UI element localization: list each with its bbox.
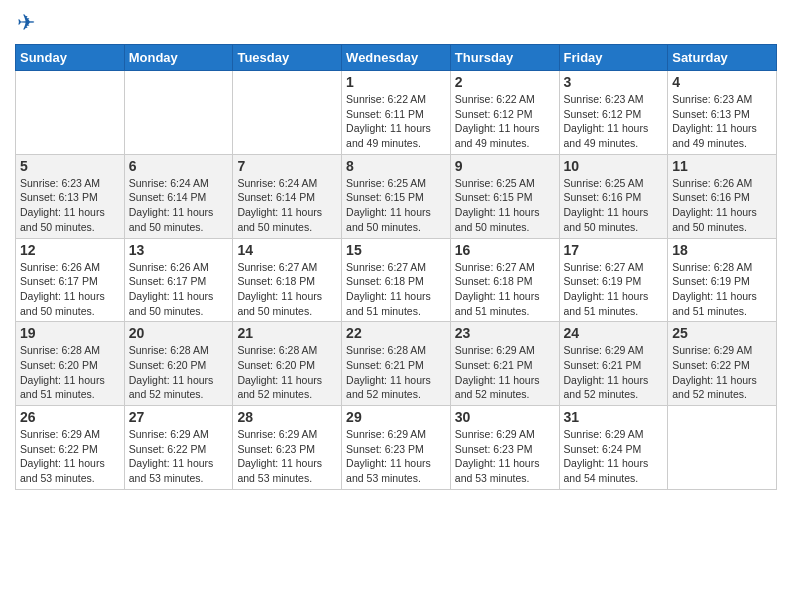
- day-info: Sunrise: 6:24 AM Sunset: 6:14 PM Dayligh…: [237, 176, 337, 235]
- day-number: 1: [346, 74, 446, 90]
- calendar-day-cell: 8Sunrise: 6:25 AM Sunset: 6:15 PM Daylig…: [342, 154, 451, 238]
- calendar-day-cell: 10Sunrise: 6:25 AM Sunset: 6:16 PM Dayli…: [559, 154, 668, 238]
- weekday-header: Tuesday: [233, 45, 342, 71]
- day-info: Sunrise: 6:29 AM Sunset: 6:23 PM Dayligh…: [346, 427, 446, 486]
- day-info: Sunrise: 6:26 AM Sunset: 6:17 PM Dayligh…: [129, 260, 229, 319]
- day-number: 11: [672, 158, 772, 174]
- day-number: 25: [672, 325, 772, 341]
- calendar-day-cell: 2Sunrise: 6:22 AM Sunset: 6:12 PM Daylig…: [450, 71, 559, 155]
- day-number: 30: [455, 409, 555, 425]
- day-info: Sunrise: 6:28 AM Sunset: 6:20 PM Dayligh…: [20, 343, 120, 402]
- day-number: 5: [20, 158, 120, 174]
- day-info: Sunrise: 6:26 AM Sunset: 6:16 PM Dayligh…: [672, 176, 772, 235]
- day-number: 14: [237, 242, 337, 258]
- day-info: Sunrise: 6:24 AM Sunset: 6:14 PM Dayligh…: [129, 176, 229, 235]
- day-number: 21: [237, 325, 337, 341]
- day-info: Sunrise: 6:27 AM Sunset: 6:18 PM Dayligh…: [346, 260, 446, 319]
- day-info: Sunrise: 6:22 AM Sunset: 6:11 PM Dayligh…: [346, 92, 446, 151]
- calendar-day-cell: 19Sunrise: 6:28 AM Sunset: 6:20 PM Dayli…: [16, 322, 125, 406]
- calendar-day-cell: 23Sunrise: 6:29 AM Sunset: 6:21 PM Dayli…: [450, 322, 559, 406]
- calendar-week-row: 19Sunrise: 6:28 AM Sunset: 6:20 PM Dayli…: [16, 322, 777, 406]
- day-info: Sunrise: 6:27 AM Sunset: 6:18 PM Dayligh…: [237, 260, 337, 319]
- calendar-day-cell: 14Sunrise: 6:27 AM Sunset: 6:18 PM Dayli…: [233, 238, 342, 322]
- calendar-day-cell: 25Sunrise: 6:29 AM Sunset: 6:22 PM Dayli…: [668, 322, 777, 406]
- day-info: Sunrise: 6:28 AM Sunset: 6:20 PM Dayligh…: [129, 343, 229, 402]
- calendar-day-cell: 7Sunrise: 6:24 AM Sunset: 6:14 PM Daylig…: [233, 154, 342, 238]
- calendar-day-cell: 30Sunrise: 6:29 AM Sunset: 6:23 PM Dayli…: [450, 406, 559, 490]
- calendar-day-cell: 11Sunrise: 6:26 AM Sunset: 6:16 PM Dayli…: [668, 154, 777, 238]
- day-number: 6: [129, 158, 229, 174]
- day-number: 28: [237, 409, 337, 425]
- day-number: 13: [129, 242, 229, 258]
- day-number: 7: [237, 158, 337, 174]
- day-number: 2: [455, 74, 555, 90]
- logo-bird-icon: ✈: [17, 10, 35, 36]
- calendar-week-row: 26Sunrise: 6:29 AM Sunset: 6:22 PM Dayli…: [16, 406, 777, 490]
- calendar-day-cell: 13Sunrise: 6:26 AM Sunset: 6:17 PM Dayli…: [124, 238, 233, 322]
- day-number: 24: [564, 325, 664, 341]
- calendar-day-cell: 31Sunrise: 6:29 AM Sunset: 6:24 PM Dayli…: [559, 406, 668, 490]
- day-info: Sunrise: 6:28 AM Sunset: 6:20 PM Dayligh…: [237, 343, 337, 402]
- day-info: Sunrise: 6:29 AM Sunset: 6:22 PM Dayligh…: [672, 343, 772, 402]
- day-number: 19: [20, 325, 120, 341]
- calendar-day-cell: 9Sunrise: 6:25 AM Sunset: 6:15 PM Daylig…: [450, 154, 559, 238]
- weekday-header: Saturday: [668, 45, 777, 71]
- day-info: Sunrise: 6:29 AM Sunset: 6:23 PM Dayligh…: [455, 427, 555, 486]
- day-number: 4: [672, 74, 772, 90]
- calendar-week-row: 12Sunrise: 6:26 AM Sunset: 6:17 PM Dayli…: [16, 238, 777, 322]
- weekday-header: Wednesday: [342, 45, 451, 71]
- calendar-day-cell: 24Sunrise: 6:29 AM Sunset: 6:21 PM Dayli…: [559, 322, 668, 406]
- calendar-empty-cell: [668, 406, 777, 490]
- day-number: 27: [129, 409, 229, 425]
- day-info: Sunrise: 6:29 AM Sunset: 6:24 PM Dayligh…: [564, 427, 664, 486]
- day-info: Sunrise: 6:29 AM Sunset: 6:22 PM Dayligh…: [20, 427, 120, 486]
- day-number: 12: [20, 242, 120, 258]
- calendar-day-cell: 16Sunrise: 6:27 AM Sunset: 6:18 PM Dayli…: [450, 238, 559, 322]
- weekday-header: Friday: [559, 45, 668, 71]
- day-info: Sunrise: 6:29 AM Sunset: 6:23 PM Dayligh…: [237, 427, 337, 486]
- calendar-day-cell: 28Sunrise: 6:29 AM Sunset: 6:23 PM Dayli…: [233, 406, 342, 490]
- day-info: Sunrise: 6:23 AM Sunset: 6:12 PM Dayligh…: [564, 92, 664, 151]
- calendar-empty-cell: [124, 71, 233, 155]
- calendar-day-cell: 22Sunrise: 6:28 AM Sunset: 6:21 PM Dayli…: [342, 322, 451, 406]
- calendar-day-cell: 17Sunrise: 6:27 AM Sunset: 6:19 PM Dayli…: [559, 238, 668, 322]
- day-number: 22: [346, 325, 446, 341]
- calendar-day-cell: 4Sunrise: 6:23 AM Sunset: 6:13 PM Daylig…: [668, 71, 777, 155]
- day-number: 9: [455, 158, 555, 174]
- calendar-day-cell: 3Sunrise: 6:23 AM Sunset: 6:12 PM Daylig…: [559, 71, 668, 155]
- calendar-day-cell: 21Sunrise: 6:28 AM Sunset: 6:20 PM Dayli…: [233, 322, 342, 406]
- day-info: Sunrise: 6:22 AM Sunset: 6:12 PM Dayligh…: [455, 92, 555, 151]
- day-number: 17: [564, 242, 664, 258]
- day-number: 16: [455, 242, 555, 258]
- day-number: 29: [346, 409, 446, 425]
- day-info: Sunrise: 6:23 AM Sunset: 6:13 PM Dayligh…: [20, 176, 120, 235]
- calendar-day-cell: 26Sunrise: 6:29 AM Sunset: 6:22 PM Dayli…: [16, 406, 125, 490]
- day-info: Sunrise: 6:25 AM Sunset: 6:15 PM Dayligh…: [455, 176, 555, 235]
- day-info: Sunrise: 6:23 AM Sunset: 6:13 PM Dayligh…: [672, 92, 772, 151]
- day-number: 15: [346, 242, 446, 258]
- day-info: Sunrise: 6:29 AM Sunset: 6:21 PM Dayligh…: [455, 343, 555, 402]
- day-info: Sunrise: 6:29 AM Sunset: 6:22 PM Dayligh…: [129, 427, 229, 486]
- calendar-day-cell: 12Sunrise: 6:26 AM Sunset: 6:17 PM Dayli…: [16, 238, 125, 322]
- calendar-empty-cell: [16, 71, 125, 155]
- weekday-header: Sunday: [16, 45, 125, 71]
- day-info: Sunrise: 6:25 AM Sunset: 6:15 PM Dayligh…: [346, 176, 446, 235]
- calendar-day-cell: 29Sunrise: 6:29 AM Sunset: 6:23 PM Dayli…: [342, 406, 451, 490]
- day-number: 18: [672, 242, 772, 258]
- day-info: Sunrise: 6:25 AM Sunset: 6:16 PM Dayligh…: [564, 176, 664, 235]
- calendar-day-cell: 27Sunrise: 6:29 AM Sunset: 6:22 PM Dayli…: [124, 406, 233, 490]
- day-info: Sunrise: 6:26 AM Sunset: 6:17 PM Dayligh…: [20, 260, 120, 319]
- day-number: 3: [564, 74, 664, 90]
- weekday-header: Thursday: [450, 45, 559, 71]
- day-number: 20: [129, 325, 229, 341]
- day-number: 8: [346, 158, 446, 174]
- calendar-day-cell: 5Sunrise: 6:23 AM Sunset: 6:13 PM Daylig…: [16, 154, 125, 238]
- day-number: 31: [564, 409, 664, 425]
- calendar-week-row: 5Sunrise: 6:23 AM Sunset: 6:13 PM Daylig…: [16, 154, 777, 238]
- header: ✈: [15, 10, 777, 36]
- calendar-empty-cell: [233, 71, 342, 155]
- day-info: Sunrise: 6:28 AM Sunset: 6:19 PM Dayligh…: [672, 260, 772, 319]
- calendar-header-row: SundayMondayTuesdayWednesdayThursdayFrid…: [16, 45, 777, 71]
- day-info: Sunrise: 6:29 AM Sunset: 6:21 PM Dayligh…: [564, 343, 664, 402]
- calendar-day-cell: 15Sunrise: 6:27 AM Sunset: 6:18 PM Dayli…: [342, 238, 451, 322]
